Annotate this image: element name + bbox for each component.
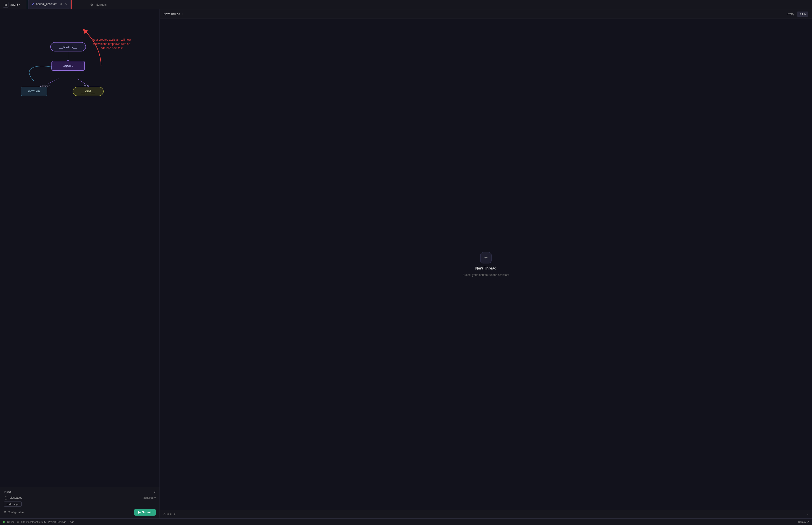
dropdown-item-version: v1 xyxy=(60,3,62,5)
svg-rect-8 xyxy=(50,42,86,51)
sidebar-toggle-button[interactable]: ⊞ xyxy=(3,2,9,7)
configurable-button[interactable]: ⚙ Configurable xyxy=(4,511,24,514)
gear-icon: ⚙ xyxy=(4,511,6,514)
online-label: Online xyxy=(7,521,15,523)
output-chevron-icon: › xyxy=(807,513,808,516)
required-chevron-icon: ▾ xyxy=(154,496,156,499)
agent-selector[interactable]: agent ▾ xyxy=(10,3,20,6)
sparkle-icon: ✦ xyxy=(480,252,491,264)
copy-icon: ⧉ xyxy=(17,520,19,523)
right-panel: New Thread ▾ Pretty JSON ✦ New Thread Su… xyxy=(160,10,812,519)
svg-rect-10 xyxy=(52,61,85,71)
messages-label-group: ◯ Messages xyxy=(4,496,22,500)
svg-text:agent: agent xyxy=(63,64,73,68)
input-header: Input ∨ xyxy=(4,490,156,494)
online-indicator xyxy=(3,521,5,523)
svg-marker-4 xyxy=(88,87,90,89)
output-bar: OUTPUT › xyxy=(160,510,812,519)
main-layout: continue end __start__ agent action __en… xyxy=(0,10,812,519)
svg-text:__start__: __start__ xyxy=(59,45,77,49)
input-panel: Input ∨ ◯ Messages Required ▾ + Message … xyxy=(0,487,159,519)
agent-label: agent xyxy=(10,3,18,6)
top-bar: ⊞ agent ▾ openai_assistant v1 ▾ ✓ openai… xyxy=(0,0,812,10)
svg-marker-5 xyxy=(51,66,52,69)
localhost-link[interactable]: http://localhost:60605 xyxy=(21,521,46,523)
dropdown-divider xyxy=(30,8,69,9)
messages-label: Messages xyxy=(10,496,22,499)
interrupts-button[interactable]: ⚙ Interrupts xyxy=(90,3,107,6)
status-left: Online ⧉ http://localhost:60605 Project … xyxy=(3,520,74,523)
pretty-view-button[interactable]: Pretty xyxy=(785,12,796,17)
view-buttons: Pretty JSON xyxy=(785,12,808,17)
interrupts-icon: ⚙ xyxy=(90,3,93,6)
interrupts-label: Interrupts xyxy=(95,3,107,6)
annotation-arrow-svg: continue end __start__ agent action __en… xyxy=(0,10,159,487)
add-message-button[interactable]: + Message xyxy=(4,501,21,507)
new-thread-subtitle: Submit your input to run the assistant xyxy=(463,273,509,276)
submit-button[interactable]: ▶ Submit xyxy=(134,509,156,515)
json-view-button[interactable]: JSON xyxy=(797,12,808,17)
right-content: ✦ New Thread Submit your input to run th… xyxy=(160,19,812,510)
project-settings-link[interactable]: Project Settings xyxy=(48,521,66,523)
required-badge[interactable]: Required ▾ xyxy=(143,496,156,499)
logs-link[interactable]: Logs xyxy=(68,521,74,523)
dropdown-item-name: openai_assistant xyxy=(36,2,57,6)
left-panel: continue end __start__ agent action __en… xyxy=(0,10,160,519)
configurable-label: Configurable xyxy=(8,511,24,514)
thread-title-button[interactable]: New Thread ▾ xyxy=(164,12,183,16)
required-label: Required xyxy=(143,496,153,499)
output-label: OUTPUT xyxy=(164,513,175,516)
input-footer: ⚙ Configurable ▶ Submit xyxy=(4,509,156,515)
add-message-label: + Message xyxy=(6,503,19,506)
annotation-text: Your created assistant will now show in … xyxy=(92,38,132,50)
submit-label: Submit xyxy=(142,511,152,514)
thread-title: New Thread xyxy=(164,12,180,16)
sparkle-glyph: ✦ xyxy=(484,255,488,261)
svg-marker-2 xyxy=(67,60,69,62)
svg-rect-14 xyxy=(73,87,103,96)
agent-chevron-icon: ▾ xyxy=(19,3,20,6)
message-icon: ◯ xyxy=(4,496,7,500)
graph-area: continue end __start__ agent action __en… xyxy=(0,10,159,487)
submit-play-icon: ▶ xyxy=(138,511,140,514)
svg-text:__end__: __end__ xyxy=(81,89,95,93)
deploy-label: Deploy xyxy=(798,521,806,523)
edit-icon[interactable]: ✎ xyxy=(65,2,67,6)
svg-text:end: end xyxy=(85,84,89,87)
svg-rect-12 xyxy=(21,87,47,96)
thread-chevron-icon: ▾ xyxy=(182,13,183,15)
new-thread-title: New Thread xyxy=(475,266,497,270)
deploy-icon: ↗ xyxy=(807,520,809,523)
dropdown-item-openai-assistant[interactable]: ✓ openai_assistant v1 ✎ xyxy=(30,1,69,7)
check-icon: ✓ xyxy=(32,2,34,6)
svg-marker-3 xyxy=(39,86,41,89)
svg-text:continue: continue xyxy=(40,85,50,87)
svg-text:action: action xyxy=(28,89,40,93)
input-title: Input xyxy=(4,490,11,494)
status-bar: Online ⧉ http://localhost:60605 Project … xyxy=(0,519,812,525)
deploy-button[interactable]: Deploy ↗ xyxy=(798,520,809,523)
collapse-button[interactable]: ∨ xyxy=(154,490,156,494)
top-bar-center: ⚙ Interrupts xyxy=(88,3,806,6)
messages-row: ◯ Messages Required ▾ xyxy=(4,496,156,500)
right-header: New Thread ▾ Pretty JSON xyxy=(160,10,812,19)
